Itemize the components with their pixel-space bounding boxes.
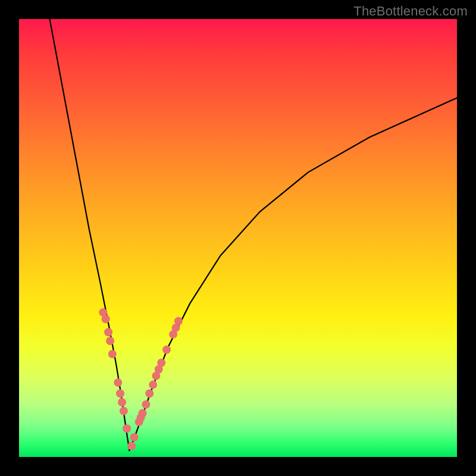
curve-layer [19, 19, 457, 457]
dot [106, 337, 114, 345]
highlight-dots [99, 308, 183, 450]
plot-area [19, 19, 457, 457]
dot [139, 409, 147, 417]
chart-frame: TheBottleneck.com [0, 0, 476, 476]
dot [174, 317, 183, 325]
dot [116, 389, 124, 397]
dot [162, 346, 171, 354]
dot [123, 424, 131, 433]
dot [149, 381, 157, 389]
curve-right-branch [130, 98, 458, 451]
dot [120, 407, 128, 415]
dot [118, 398, 126, 406]
watermark-text: TheBottleneck.com [353, 4, 468, 19]
dot [157, 359, 165, 367]
dot [104, 328, 112, 336]
dot [108, 350, 117, 358]
dot [145, 389, 154, 397]
dot [114, 378, 122, 387]
dot [102, 315, 110, 323]
dot [130, 433, 139, 441]
dot [127, 442, 136, 450]
dot [142, 400, 150, 409]
